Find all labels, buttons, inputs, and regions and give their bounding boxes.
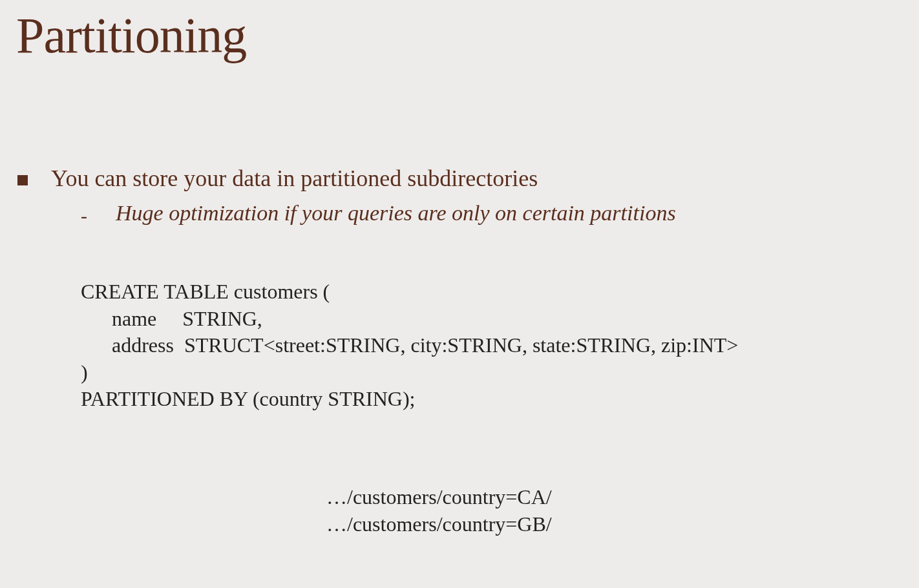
bullet-square-icon bbox=[17, 175, 28, 185]
slide-container: Partitioning You can store your data in … bbox=[0, 0, 919, 588]
paths-block: …/customers/country=CA/ …/customers/coun… bbox=[326, 484, 903, 538]
dash-icon: - bbox=[81, 205, 87, 227]
slide-title: Partitioning bbox=[16, 6, 903, 65]
code-block: CREATE TABLE customers ( name STRING, ad… bbox=[81, 278, 903, 413]
path-line-2: …/customers/country=GB/ bbox=[326, 511, 903, 538]
bullet-text: You can store your data in partitioned s… bbox=[51, 165, 538, 192]
sub-bullet-text: Huge optimization if your queries are on… bbox=[116, 201, 676, 226]
path-line-1: …/customers/country=CA/ bbox=[326, 484, 903, 511]
bullet-item: You can store your data in partitioned s… bbox=[16, 165, 903, 192]
sub-bullet-item: - Huge optimization if your queries are … bbox=[81, 201, 903, 227]
